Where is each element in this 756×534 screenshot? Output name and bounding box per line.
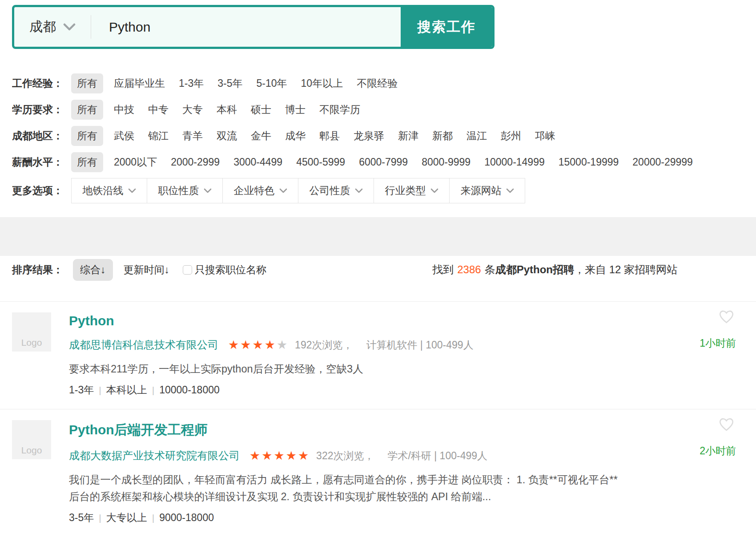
filter-panel: 工作经验： 所有应届毕业生1-3年3-5年5-10年10年以上不限经验 学历要求… xyxy=(12,70,756,203)
filter-option[interactable]: 中专 xyxy=(148,103,169,117)
view-count: 192次浏览， xyxy=(295,338,353,352)
filter-dropdown[interactable]: 行业类型 xyxy=(374,178,450,203)
sort-option[interactable]: 综合↓ xyxy=(73,259,113,281)
filter-option[interactable]: 应届毕业生 xyxy=(114,77,165,90)
filter-option[interactable]: 所有 xyxy=(71,126,103,146)
filter-option[interactable]: 青羊 xyxy=(182,129,203,143)
filter-dropdown[interactable]: 公司性质 xyxy=(298,178,374,203)
city-selector[interactable]: 成都 xyxy=(14,7,91,47)
job-main: Python后端开发工程师 成都大数据产业技术研究院有限公司 ★★★★★ 322… xyxy=(69,420,736,525)
meta-separator: | xyxy=(152,513,154,523)
filter-option[interactable]: 1-3年 xyxy=(179,77,204,90)
posted-time: 1小时前 xyxy=(700,336,736,350)
sort-option[interactable]: 更新时间↓ xyxy=(124,263,170,277)
favorite-heart-icon[interactable] xyxy=(718,417,735,432)
filter-label: 学历要求： xyxy=(12,103,71,117)
filter-option[interactable]: 10年以上 xyxy=(301,77,343,90)
filter-dropdown[interactable]: 来源网站 xyxy=(449,178,525,203)
filter-row: 学历要求： 所有中技中专大专本科硕士博士不限学历 xyxy=(12,97,756,123)
favorite-heart-icon[interactable] xyxy=(718,309,735,324)
filter-option[interactable]: 2000以下 xyxy=(114,155,157,169)
filter-option[interactable]: 双流 xyxy=(217,129,237,143)
meta-item: 10000-18000 xyxy=(159,384,220,396)
star-icon: ★ xyxy=(298,449,310,462)
view-count: 322次浏览， xyxy=(316,449,374,463)
title-only-checkbox[interactable] xyxy=(183,265,192,275)
filter-option[interactable]: 8000-9999 xyxy=(422,156,470,168)
job-meta: 1-3年|本科以上|10000-18000 xyxy=(69,383,736,397)
separator-band xyxy=(0,217,756,256)
filter-option[interactable]: 成华 xyxy=(285,129,306,143)
chevron-down-icon xyxy=(506,188,514,193)
job-list: Logo 1小时前 Python 成都思博信科信息技术有限公司 ★★★★★ 19… xyxy=(0,301,756,534)
filter-option[interactable]: 博士 xyxy=(285,103,306,117)
meta-separator: | xyxy=(99,385,101,396)
job-meta: 3-5年|大专以上|9000-18000 xyxy=(69,511,736,525)
industry-size: 学术/科研 | 100-499人 xyxy=(387,449,487,463)
filter-option[interactable]: 4500-5999 xyxy=(296,156,345,168)
job-title[interactable]: Python xyxy=(69,312,736,328)
sort-label: 排序结果： xyxy=(12,263,63,277)
filter-option[interactable]: 硕士 xyxy=(251,103,271,117)
filter-option[interactable]: 中技 xyxy=(114,103,134,117)
company-row: 成都思博信科信息技术有限公司 ★★★★★ 192次浏览， 计算机软件 | 100… xyxy=(69,338,736,352)
filter-option[interactable]: 2000-2999 xyxy=(171,156,220,168)
filter-option[interactable]: 所有 xyxy=(71,73,103,93)
filter-option[interactable]: 武侯 xyxy=(114,129,134,143)
job-description: 我们是一个成长型的团队，年轻而富有活力 成长路上，愿有志同道合的你，携手并进 岗… xyxy=(69,471,736,505)
filter-dropdown[interactable]: 地铁沿线 xyxy=(71,178,147,203)
title-only-checkbox-label[interactable]: 只搜索职位名称 xyxy=(195,263,266,277)
job-title[interactable]: Python后端开发工程师 xyxy=(69,420,736,439)
filter-option[interactable]: 彭州 xyxy=(501,129,521,143)
job-card[interactable]: Logo 1小时前 Python 成都思博信科信息技术有限公司 ★★★★★ 19… xyxy=(0,302,756,409)
filter-option[interactable]: 新津 xyxy=(398,129,418,143)
filter-option[interactable]: 邛崃 xyxy=(535,129,555,143)
filter-option[interactable]: 所有 xyxy=(71,100,103,120)
dropdown-label: 职位性质 xyxy=(158,184,199,198)
filter-dropdown[interactable]: 职位性质 xyxy=(147,178,223,203)
filter-option[interactable]: 5-10年 xyxy=(257,77,287,90)
filter-option[interactable]: 本科 xyxy=(217,103,237,117)
filter-option[interactable]: 郫县 xyxy=(319,129,340,143)
more-options-row: 更多选项： 地铁沿线 职位性质 企业特色 公司性质 行业类型 来源网站 xyxy=(12,178,756,203)
job-search-page: 成都 搜索工作 工作经验： 所有应届毕业生1-3年3-5年5-10年10年以上不… xyxy=(0,0,756,534)
filter-option[interactable]: 3-5年 xyxy=(217,77,242,90)
filter-option[interactable]: 龙泉驿 xyxy=(354,129,384,143)
filter-option[interactable]: 20000-29999 xyxy=(632,156,693,168)
filter-option[interactable]: 6000-7999 xyxy=(359,156,408,168)
rating-stars: ★★★★★ xyxy=(228,339,289,351)
star-icon: ★ xyxy=(286,449,298,462)
company-name[interactable]: 成都思博信科信息技术有限公司 xyxy=(69,338,218,352)
filter-option[interactable]: 所有 xyxy=(71,152,103,172)
filter-items: 所有中技中专大专本科硕士博士不限学历 xyxy=(71,100,374,120)
meta-separator: | xyxy=(99,513,101,523)
meta-item: 9000-18000 xyxy=(159,512,214,524)
filter-option[interactable]: 不限学历 xyxy=(319,103,360,117)
filter-option[interactable]: 锦江 xyxy=(148,129,169,143)
filter-row: 工作经验： 所有应届毕业生1-3年3-5年5-10年10年以上不限经验 xyxy=(12,70,756,97)
description-line: 后台的系统框架和核心模块的详细设计及实现 2. 负责设计和实现扩展性较强的 AP… xyxy=(69,488,736,505)
filter-option[interactable]: 15000-19999 xyxy=(559,156,619,168)
dropdown-label: 公司性质 xyxy=(310,184,350,198)
chevron-down-icon xyxy=(128,188,136,193)
company-name[interactable]: 成都大数据产业技术研究院有限公司 xyxy=(69,449,240,463)
star-icon: ★ xyxy=(249,449,261,462)
job-card[interactable]: Logo 2小时前 Python后端开发工程师 成都大数据产业技术研究院有限公司… xyxy=(0,409,756,534)
filter-option[interactable]: 不限经验 xyxy=(357,77,398,90)
filter-option[interactable]: 金牛 xyxy=(251,129,271,143)
star-icon: ★ xyxy=(261,449,273,462)
search-button[interactable]: 搜索工作 xyxy=(401,7,492,47)
filter-option[interactable]: 新都 xyxy=(432,129,453,143)
company-logo: Logo xyxy=(12,312,51,352)
company-row: 成都大数据产业技术研究院有限公司 ★★★★★ 322次浏览， 学术/科研 | 1… xyxy=(69,449,736,463)
filter-option[interactable]: 3000-4499 xyxy=(233,156,282,168)
filter-option[interactable]: 10000-14999 xyxy=(484,156,545,168)
filter-option[interactable]: 大专 xyxy=(182,103,203,117)
filter-option[interactable]: 温江 xyxy=(466,129,487,143)
search-bar: 成都 搜索工作 xyxy=(12,5,495,49)
result-summary: 找到2386条成都Python招聘，来自 12 家招聘网站 xyxy=(432,263,677,277)
meta-separator: | xyxy=(152,385,154,396)
filter-row: 成都地区： 所有武侯锦江青羊双流金牛成华郫县龙泉驿新津新都温江彭州邛崃 xyxy=(12,123,756,149)
filter-dropdown[interactable]: 企业特色 xyxy=(222,178,298,203)
search-input[interactable] xyxy=(91,7,401,47)
